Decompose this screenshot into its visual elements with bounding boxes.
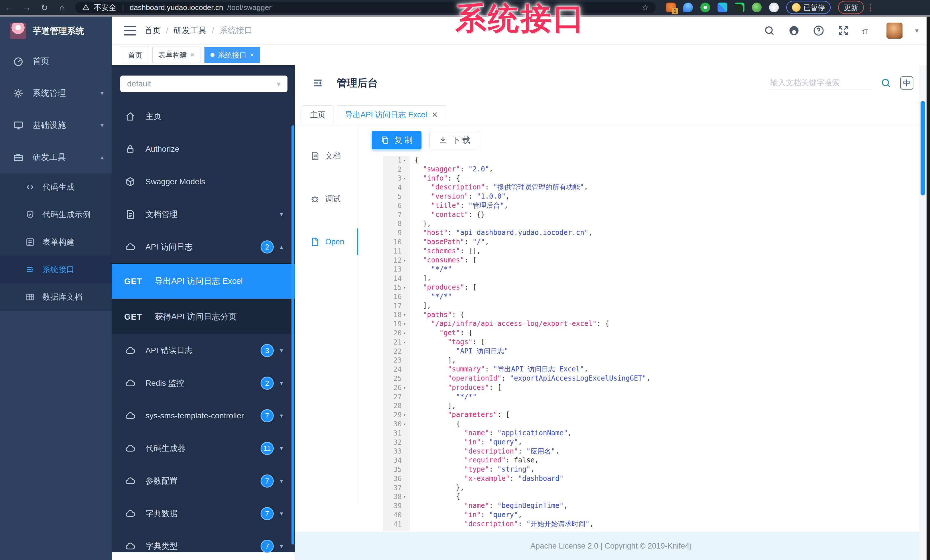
code-line: "name": "beginBeginTime",: [414, 501, 927, 511]
security-label[interactable]: 不安全: [94, 3, 116, 12]
api-sidebar-item[interactable]: Swagger Models: [112, 166, 295, 198]
sidebar-collapse-icon[interactable]: [124, 26, 136, 35]
close-icon[interactable]: ×: [190, 51, 194, 59]
fold-caret-icon[interactable]: ▾: [402, 258, 408, 263]
breadcrumb-item[interactable]: 首页: [144, 25, 161, 36]
forward-icon[interactable]: →: [18, 3, 35, 12]
fold-caret-icon[interactable]: ▾: [402, 158, 408, 163]
tag-chip[interactable]: 表单构建×: [152, 47, 200, 63]
api-item-label: 字典类型: [145, 541, 177, 552]
api-endpoint-row[interactable]: GET获得API 访问日志分页: [112, 299, 295, 334]
mini-nav-调试[interactable]: 调试: [295, 177, 358, 220]
fold-caret-icon[interactable]: ▾: [402, 312, 408, 318]
chevron-down-icon: ▾: [278, 543, 285, 550]
code-line: "description": "开始开始请求时间",: [414, 520, 927, 529]
fold-caret-icon[interactable]: ▾: [402, 285, 408, 290]
sidebar-item[interactable]: 首页: [0, 45, 112, 77]
extension-icon[interactable]: 1: [666, 3, 676, 12]
copy-icon: [380, 136, 390, 145]
browser-update-button[interactable]: 更新: [838, 1, 864, 14]
copy-button[interactable]: 复 制: [372, 131, 422, 149]
fold-caret-icon[interactable]: ▾: [402, 340, 408, 345]
sidebar-subitem[interactable]: 系统接口: [0, 256, 112, 283]
fold-caret-icon[interactable]: ▾: [402, 412, 408, 417]
sidebar-subitem[interactable]: 数据库文档: [0, 283, 112, 311]
fold-caret-icon[interactable]: ▾: [402, 385, 408, 390]
api-sidebar-item[interactable]: 代码生成器11▾: [112, 432, 295, 465]
fontsize-icon[interactable]: tT: [862, 25, 874, 37]
tag-chip[interactable]: 首页: [122, 47, 148, 63]
api-group-select[interactable]: default ▾: [120, 75, 288, 92]
doc-tab[interactable]: 主页: [302, 105, 334, 124]
breadcrumb-item[interactable]: 系统接口: [219, 25, 253, 36]
sidebar-item[interactable]: 基础设施▾: [0, 109, 112, 141]
sidebar-subitem[interactable]: 代码生成示例: [0, 201, 112, 229]
api-item-label: 代码生成器: [145, 443, 186, 454]
sidebar-subitem[interactable]: 表单构建: [0, 229, 112, 256]
avatar-caret-icon[interactable]: ▾: [915, 27, 919, 35]
fold-caret-icon[interactable]: ▾: [402, 494, 408, 499]
language-toggle[interactable]: 中: [900, 77, 913, 90]
doc-search: 中: [769, 76, 913, 90]
app-logo-row[interactable]: 芋道管理系统: [0, 17, 112, 45]
extension-icon[interactable]: [735, 3, 744, 12]
download-button[interactable]: 下 载: [430, 131, 479, 149]
bookmark-star-icon[interactable]: ☆: [642, 3, 649, 12]
fullscreen-icon[interactable]: [837, 25, 849, 37]
api-sidebar-item[interactable]: 文档管理▾: [112, 198, 295, 231]
api-sidebar-scrollbar[interactable]: [291, 125, 294, 545]
sidebar-item[interactable]: 研发工具▴: [0, 141, 112, 173]
code-line: "/api/infra/api-access-log/export-excel"…: [414, 319, 927, 328]
sidebar-item[interactable]: 系统管理▾: [0, 77, 112, 109]
tag-chip[interactable]: 系统接口×: [205, 47, 260, 63]
mini-nav-open[interactable]: Open: [295, 220, 358, 263]
doc-search-icon[interactable]: [880, 77, 892, 89]
search-icon[interactable]: [763, 25, 775, 37]
api-sidebar-item[interactable]: 字典类型7▾: [112, 530, 295, 560]
question-icon[interactable]: [813, 25, 825, 37]
close-icon[interactable]: ×: [250, 51, 254, 59]
github-icon[interactable]: [788, 25, 800, 37]
json-editor[interactable]: 1▾23▾456789101112▾131415▾161718▾19▾20▾21…: [383, 156, 927, 531]
back-icon[interactable]: ←: [0, 3, 18, 12]
extension-icon[interactable]: [701, 3, 710, 12]
api-sidebar-item[interactable]: 参数配置7▾: [112, 465, 295, 497]
fold-caret-icon[interactable]: ▾: [402, 176, 408, 181]
fold-caret-icon[interactable]: ▾: [402, 422, 408, 427]
close-icon[interactable]: ✕: [432, 110, 438, 119]
api-sidebar-item[interactable]: 主页: [112, 100, 295, 133]
toolbox-icon: [12, 152, 24, 163]
api-sidebar-item[interactable]: sys-sms-template-controller7▾: [112, 399, 295, 432]
doc-collapse-icon[interactable]: [311, 77, 324, 89]
api-sidebar-item[interactable]: API 错误日志3▾: [112, 334, 295, 367]
doc-tab[interactable]: 导出API 访问日志 Excel✕: [337, 105, 446, 124]
api-endpoint-row[interactable]: GET导出API 访问日志 Excel: [112, 263, 295, 299]
shield-icon: [25, 210, 35, 219]
extension-icon[interactable]: [683, 3, 693, 12]
browser-menu-icon[interactable]: ⋮: [866, 3, 875, 12]
extension-icon[interactable]: [718, 3, 727, 12]
api-sidebar-item[interactable]: Authorize: [112, 133, 295, 166]
extension-icon[interactable]: [769, 3, 779, 12]
reload-icon[interactable]: ↻: [35, 3, 53, 12]
user-avatar[interactable]: [887, 23, 902, 38]
mini-nav-文档[interactable]: 文档: [295, 135, 358, 177]
api-sidebar-item[interactable]: 字典数据7▾: [112, 497, 295, 530]
home-icon[interactable]: ⌂: [53, 3, 71, 12]
line-number: 37: [383, 483, 409, 492]
sidebar-item-label: 研发工具: [32, 152, 66, 163]
api-item-label: sys-sms-template-controller: [145, 411, 244, 420]
api-sidebar-item[interactable]: API 访问日志2▴: [112, 231, 295, 263]
fold-caret-icon[interactable]: ▾: [402, 330, 408, 336]
chevron-down-icon: ▾: [278, 412, 285, 419]
line-number: 34: [383, 456, 409, 465]
paused-extension-pill[interactable]: 已暂停: [786, 1, 831, 14]
page-scrollbar-thumb[interactable]: [921, 101, 925, 195]
fold-caret-icon[interactable]: ▾: [402, 321, 408, 327]
sidebar-subitem[interactable]: 代码生成: [0, 173, 112, 201]
breadcrumb-item[interactable]: 研发工具: [174, 25, 207, 36]
doc-search-input[interactable]: [769, 76, 871, 90]
code-line: "x-example": "dashboard": [414, 474, 927, 483]
api-sidebar-item[interactable]: Redis 监控2▾: [112, 367, 295, 399]
extension-icon[interactable]: [752, 3, 762, 12]
